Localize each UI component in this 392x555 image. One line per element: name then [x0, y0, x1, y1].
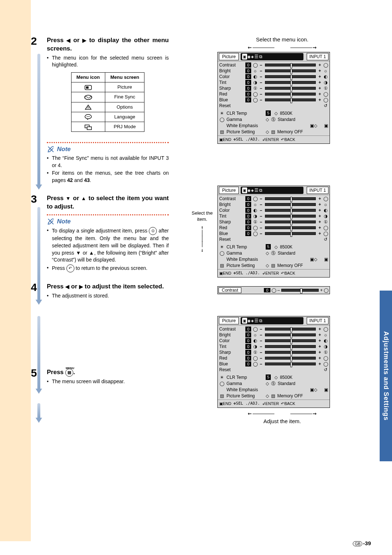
plus-icon: + — [318, 344, 322, 349]
osd-footer-enter: ↲ENTER — [262, 401, 279, 406]
menu-key-icon: MENU▤ — [65, 369, 73, 377]
osd-bar — [265, 69, 316, 72]
osd-illustration-2: Select the item. ↑│││↓ Picture ▣◉◈☰⧉ INP… — [191, 186, 374, 294]
osd-row: Bright0☼–+☼ — [219, 332, 328, 338]
text: The menu screen will disappear. — [52, 378, 125, 385]
osd-options: ☀CLR Temp5◇ 8500K◯Gamma◇ⓈStandardWhite E… — [218, 373, 330, 400]
note-label: Note — [57, 146, 71, 153]
minus-icon: – — [259, 361, 263, 367]
osd-value: 8500K — [280, 374, 293, 380]
diamond-icon: ◇ — [274, 374, 278, 380]
osd-row: Contrast0◯–+◯ — [219, 196, 328, 202]
reset-icon: ↺ — [323, 236, 328, 242]
osd-value: Standard — [278, 250, 295, 256]
plus-icon: + — [320, 288, 323, 293]
osd-item-label: White Emphasis — [226, 123, 264, 129]
table-cell: PRJ Mode — [105, 122, 144, 132]
vertical-arrow: ↑│││↓ — [201, 225, 204, 253]
glyph-icon: ☼ — [323, 202, 328, 207]
osd-footer-enter: ↲ENTER — [262, 271, 279, 276]
osd-options: ☀CLR Temp5◇ 8500K◯Gamma◇ⓈStandardWhite E… — [218, 243, 330, 269]
osd-item-label: Tint — [219, 213, 244, 219]
minus-icon: – — [259, 196, 263, 202]
page-content: 2 Press ◀ or ▶ to display the other menu… — [31, 36, 374, 533]
glyph-icon: ① — [253, 85, 258, 91]
glyph-icon: ◯ — [323, 91, 328, 97]
svg-point-2 — [85, 95, 92, 100]
minus-icon: – — [259, 202, 263, 207]
menu-icon-fine-sync — [71, 92, 105, 102]
down-triangle-icon: ▼ — [66, 195, 71, 201]
glyph-icon: ◯ — [323, 231, 328, 236]
dotted-rule — [47, 214, 169, 215]
osd-row: Tint0◑–+◑ — [219, 344, 328, 349]
osd-footer-enter: ↲ENTER — [262, 137, 279, 142]
osd-item-label: Color — [219, 207, 244, 213]
osd-row: Blue0◯–+◯ — [219, 97, 328, 103]
osd-item-label: Red — [219, 91, 244, 97]
osd-item-label: Contrast — [219, 287, 241, 293]
osd-value: 0 — [245, 344, 251, 349]
osd-row: Reset↺ — [219, 367, 328, 373]
diamond-icon: ◇ — [266, 381, 269, 386]
diamond-icon: ◇ — [266, 263, 269, 268]
toggle-icon: ▣ — [324, 387, 328, 393]
minus-icon: – — [259, 91, 263, 97]
glyph-icon: ◯ — [323, 97, 328, 103]
glyph-icon: ◯ — [253, 91, 258, 97]
step-5: 5 Press MENU▤. •The menu screen will dis… — [31, 368, 169, 385]
svg-rect-1 — [86, 86, 89, 89]
toggle-icon: ▣◇ — [310, 387, 317, 393]
osd-bar — [265, 226, 316, 229]
osd-value: Standard — [278, 381, 295, 386]
osd-tab-icons: ▣◉◈☰⧉ — [241, 53, 303, 60]
table-cell: Options — [105, 102, 144, 112]
glyph-icon: ◑ — [323, 213, 328, 219]
osd-footer: ▣END✥SEL ./ADJ.↲ENTER↶BACK — [218, 269, 330, 277]
minus-icon: – — [259, 355, 263, 361]
minus-icon: – — [259, 225, 263, 231]
osd-row: Bright0☼–+☼ — [219, 68, 328, 74]
text: Press — [47, 37, 66, 44]
osd-value: 0 — [245, 219, 251, 224]
osd-item-label: Sharp — [219, 85, 244, 91]
reset-icon: ↺ — [323, 103, 328, 109]
osd-value: Memory OFF — [277, 129, 303, 135]
osd-row: Color0◐–+◐ — [219, 74, 328, 80]
toggle-icon: ▣◇ — [310, 256, 317, 262]
minus-icon: – — [259, 97, 263, 103]
minus-icon: – — [259, 85, 263, 91]
osd-bar — [265, 328, 316, 331]
glyph-icon: ◯ — [253, 326, 258, 332]
osd-item-label: Picture Setting — [226, 263, 264, 268]
plus-icon: + — [318, 62, 322, 68]
bullet: •The menu icon for the selected menu scr… — [47, 54, 169, 69]
osd-value: 8500K — [280, 244, 293, 250]
toggle-icon: ▣◇ — [310, 123, 317, 129]
minus-icon: – — [259, 68, 263, 74]
glyph-icon: ① — [323, 349, 328, 355]
text: or — [70, 37, 82, 44]
osd-value: Memory OFF — [277, 263, 303, 268]
osd-item-label: Blue — [219, 361, 244, 367]
osd-input-label: INPUT 1 — [307, 317, 328, 324]
glyph-icon: ◯ — [253, 361, 258, 367]
osd-bar — [265, 232, 316, 235]
osd-tab-icons: ▣◉◈☰⧉ — [241, 187, 303, 194]
glyph-icon: ◐ — [253, 74, 258, 80]
osd-footer-end: ▣END — [219, 137, 231, 142]
plus-icon: + — [318, 332, 322, 338]
glyph-icon: ◯ — [253, 355, 258, 361]
osd-item-label: Sharp — [219, 219, 244, 225]
osd-item-label: Contrast — [219, 196, 244, 202]
plus-icon: + — [318, 219, 322, 225]
osd-row: Sharp0①–+① — [219, 349, 328, 355]
osd-tab-icons: ▣◉◈☰⧉ — [241, 317, 303, 324]
dotted-rule — [47, 142, 169, 143]
osd-item-label: Gamma — [226, 381, 264, 386]
minus-icon: – — [259, 338, 263, 344]
glyph-icon: ◯ — [253, 62, 258, 68]
osd-bar — [265, 345, 316, 348]
annotation: Select the item. — [191, 210, 214, 223]
glyph-icon: ◯ — [323, 361, 328, 367]
